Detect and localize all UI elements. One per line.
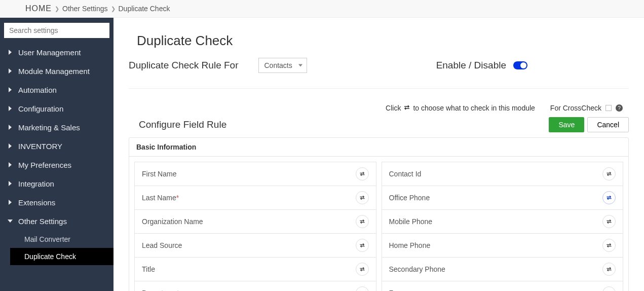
field-swap-button[interactable] xyxy=(602,239,616,252)
sidebar-item[interactable]: Automation xyxy=(0,81,113,99)
breadcrumb-home[interactable]: HOME xyxy=(25,4,52,13)
sidebar-item-label: Module Management xyxy=(18,67,90,76)
field-row: Fax xyxy=(382,281,624,291)
field-swap-button[interactable] xyxy=(602,167,616,180)
breadcrumb: HOME ❯ Other Settings ❯ Duplicate Check xyxy=(0,0,644,18)
module-select[interactable]: Contacts xyxy=(258,58,307,73)
sidebar-sub-mail-converter[interactable]: Mail Converter xyxy=(10,231,113,248)
page-title: Duplicate Check xyxy=(137,33,629,49)
field-label: Mobile Phone xyxy=(389,217,433,226)
breadcrumb-mid[interactable]: Other Settings xyxy=(62,5,108,13)
sidebar-item-label: Configuration xyxy=(18,104,63,113)
field-swap-button[interactable] xyxy=(356,263,369,276)
chevron-right-icon xyxy=(8,142,13,151)
enable-disable-label: Enable / Disable xyxy=(436,60,506,71)
field-row: Organization Name xyxy=(134,209,376,234)
panel-title: Basic Information xyxy=(129,138,628,157)
main-content: Duplicate Check Duplicate Check Rule For… xyxy=(113,18,644,291)
sidebar-item-label: Integration xyxy=(18,179,54,188)
chevron-right-icon xyxy=(8,48,13,57)
chevron-right-icon: ❯ xyxy=(55,6,59,12)
field-row: First Name xyxy=(134,162,376,186)
sidebar-item-label: User Management xyxy=(18,48,81,57)
sidebar-item-other-settings[interactable]: Other Settings xyxy=(0,212,113,231)
save-button[interactable]: Save xyxy=(549,117,584,132)
sidebar-item[interactable]: User Management xyxy=(0,43,113,62)
sidebar-item-label: Automation xyxy=(18,86,57,94)
cancel-button[interactable]: Cancel xyxy=(587,117,629,132)
breadcrumb-leaf: Duplicate Check xyxy=(119,5,170,13)
sidebar-item[interactable]: INVENTORY xyxy=(0,137,113,156)
field-swap-button[interactable] xyxy=(356,239,369,252)
chevron-right-icon xyxy=(8,86,13,94)
swap-icon xyxy=(403,104,410,112)
chevron-right-icon: ❯ xyxy=(111,6,116,12)
sidebar-item-label: Extensions xyxy=(18,198,55,207)
field-row: Title xyxy=(134,257,376,281)
toggle-knob xyxy=(520,62,526,68)
crosscheck-checkbox[interactable] xyxy=(605,105,612,111)
sidebar-item[interactable]: My Preferences xyxy=(0,156,113,174)
field-swap-button[interactable] xyxy=(356,215,369,228)
basic-information-panel: Basic Information First NameLast Name*Or… xyxy=(129,137,629,291)
field-label: Contact Id xyxy=(389,170,422,178)
field-swap-button[interactable] xyxy=(602,215,616,228)
field-label: Department xyxy=(142,289,179,291)
hint-text: Click to choose what to check in this mo… xyxy=(386,104,535,112)
crosscheck-label: For CrossCheck xyxy=(550,104,601,112)
rule-for-label: Duplicate Check Rule For xyxy=(129,60,238,71)
field-label: Fax xyxy=(389,289,401,291)
chevron-right-icon xyxy=(8,123,13,132)
sidebar-item-label: My Preferences xyxy=(18,161,71,169)
field-swap-button[interactable] xyxy=(356,167,369,180)
field-swap-button[interactable] xyxy=(356,191,369,204)
field-swap-button[interactable] xyxy=(602,286,616,291)
field-label: Home Phone xyxy=(389,241,431,249)
field-row: Home Phone xyxy=(382,233,624,258)
field-row: Contact Id xyxy=(382,162,624,186)
field-row: Lead Source xyxy=(134,233,376,258)
sidebar-item-label: INVENTORY xyxy=(18,142,62,151)
sidebar-item[interactable]: Module Management xyxy=(0,62,113,81)
sidebar-item-label: Marketing & Sales xyxy=(18,123,80,132)
field-label: Lead Source xyxy=(142,241,182,249)
required-mark: * xyxy=(176,194,179,202)
field-swap-button[interactable] xyxy=(602,263,616,276)
field-row: Secondary Phone xyxy=(382,257,624,281)
chevron-right-icon xyxy=(8,67,13,76)
chevron-right-icon xyxy=(8,104,13,113)
chevron-right-icon xyxy=(8,161,13,169)
chevron-right-icon xyxy=(8,198,13,207)
settings-sidebar: User ManagementModule ManagementAutomati… xyxy=(0,18,113,291)
field-label: Organization Name xyxy=(142,217,203,226)
sidebar-item[interactable]: Configuration xyxy=(0,99,113,118)
field-label: Title xyxy=(142,265,155,273)
sidebar-item[interactable]: Extensions xyxy=(0,193,113,212)
field-swap-button[interactable] xyxy=(602,191,616,204)
sidebar-sub-duplicate-check[interactable]: Duplicate Check xyxy=(10,248,113,265)
sidebar-item[interactable]: Integration xyxy=(0,174,113,193)
configure-field-rule-title: Configure Field Rule xyxy=(139,119,226,130)
field-label: Secondary Phone xyxy=(389,265,445,273)
chevron-down-icon xyxy=(8,217,13,226)
field-row: Office Phone xyxy=(382,186,624,210)
enable-toggle[interactable] xyxy=(513,61,527,69)
field-label: Last Name* xyxy=(142,194,179,202)
field-row: Last Name* xyxy=(134,186,376,210)
field-label: First Name xyxy=(142,170,176,178)
sidebar-item[interactable]: Marketing & Sales xyxy=(0,118,113,137)
search-settings-input[interactable] xyxy=(4,23,109,38)
field-row: Mobile Phone xyxy=(382,209,624,234)
field-swap-button[interactable] xyxy=(356,286,369,291)
help-icon[interactable]: ? xyxy=(616,104,623,112)
chevron-right-icon xyxy=(8,179,13,188)
sidebar-item-label: Other Settings xyxy=(18,217,67,226)
field-label: Office Phone xyxy=(389,194,430,202)
field-row: Department xyxy=(134,281,376,291)
